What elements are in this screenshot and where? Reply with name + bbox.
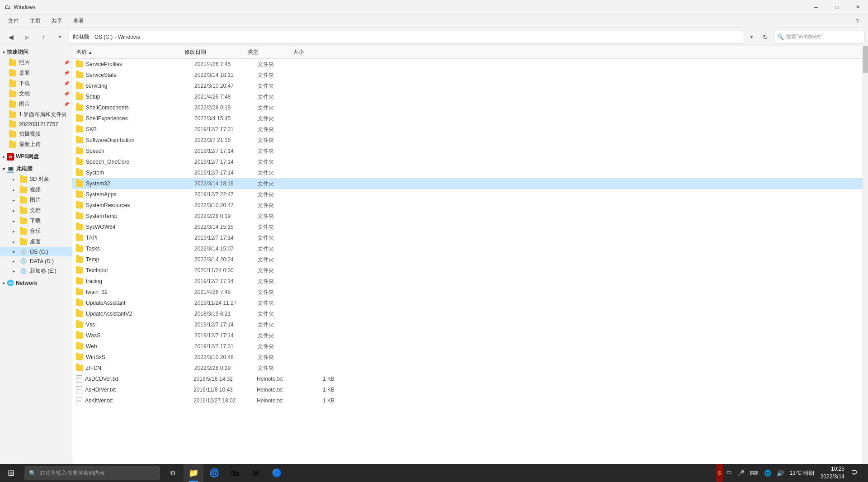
col-header-size[interactable]: 大小 xyxy=(289,46,326,58)
search-bar[interactable]: 🔍 搜索"Windows" xyxy=(774,31,864,43)
file-row[interactable]: Setup 2021/4/26 7:48 文件夹 xyxy=(72,91,863,102)
file-row[interactable]: twain_32 2021/4/26 7:48 文件夹 xyxy=(72,287,863,298)
file-row[interactable]: zh-CN 2022/2/28 0:19 文件夹 xyxy=(72,363,863,373)
sidebar-item-layout[interactable]: 1.界面布局和文件夹 xyxy=(0,109,72,120)
file-row[interactable]: ServiceState 2022/3/14 18:11 文件夹 xyxy=(72,70,863,80)
menu-view[interactable]: 查看 xyxy=(69,15,89,27)
address-bar[interactable]: 此电脑 › OS (C:) › Windows xyxy=(69,31,744,43)
sidebar-item-images[interactable]: ▸ 图片 xyxy=(0,195,72,205)
sidebar-item-dt[interactable]: ▸ 桌面 xyxy=(0,236,72,247)
menu-home[interactable]: 主页 xyxy=(25,15,45,27)
network-tray[interactable]: 🌐 xyxy=(762,464,773,482)
task-view-button[interactable]: ⧉ xyxy=(163,464,183,482)
taskbar-explorer-app[interactable]: 📁 xyxy=(184,464,203,482)
close-button[interactable]: ✕ xyxy=(847,0,868,14)
taskbar-browser-app[interactable]: 🔵 xyxy=(267,464,287,482)
notification-tray[interactable]: 🗨 xyxy=(849,464,859,482)
minimize-button[interactable]: ─ xyxy=(806,0,826,14)
file-row[interactable]: Speech 2019/12/7 17:14 文件夹 xyxy=(72,146,863,156)
file-row[interactable]: AsKitVer.txt 2016/12/27 18:02 Heinote.tx… xyxy=(72,395,863,406)
file-row[interactable]: AsDCDVer.txt 2016/5/18 14:32 Heinote.txt… xyxy=(72,373,863,384)
address-dropdown-button[interactable]: ▾ xyxy=(746,31,757,43)
help-button[interactable]: ? xyxy=(850,14,864,28)
file-row[interactable]: ServiceProfiles 2021/4/26 7:45 文件夹 xyxy=(72,59,863,70)
file-row[interactable]: Speech_OneCore 2019/12/7 17:14 文件夹 xyxy=(72,156,863,167)
back-button[interactable]: ◀ xyxy=(4,30,18,44)
file-row[interactable]: SKB 2019/12/7 17:31 文件夹 xyxy=(72,124,863,135)
file-row[interactable]: SystemResources 2022/3/10 20:47 文件夹 xyxy=(72,200,863,211)
file-row[interactable]: tracing 2019/12/7 17:14 文件夹 xyxy=(72,276,863,287)
file-row[interactable]: WinSxS 2022/3/10 20:48 文件夹 xyxy=(72,352,863,363)
taskbar-edge-app[interactable]: 🌀 xyxy=(204,464,224,482)
sidebar-item-dl[interactable]: ▸ 下载 xyxy=(0,216,72,226)
sidebar-item-downloads[interactable]: 下载 📌 xyxy=(0,78,72,89)
file-row[interactable]: TAPI 2019/12/7 17:14 文件夹 xyxy=(72,232,863,243)
sidebar-item-capture[interactable]: 拍摄视频 xyxy=(0,129,72,139)
file-row[interactable]: TextInput 2020/11/24 0:30 文件夹 xyxy=(72,265,863,276)
forward-button[interactable]: ▶ xyxy=(20,30,34,44)
taskbar-store-app[interactable]: 🛍 xyxy=(225,464,245,482)
sidebar-item-3d[interactable]: ▸ 3D 对象 xyxy=(0,174,72,184)
breadcrumb-windows[interactable]: Windows xyxy=(118,34,140,40)
refresh-button[interactable]: ↻ xyxy=(759,31,772,43)
file-row[interactable]: WaaS 2019/12/7 17:14 文件夹 xyxy=(72,330,863,341)
file-row[interactable]: System 2019/12/7 17:14 文件夹 xyxy=(72,167,863,178)
file-row[interactable]: servicing 2022/3/10 20:47 文件夹 xyxy=(72,80,863,91)
sidebar-item-music[interactable]: ▸ 音乐 xyxy=(0,226,72,236)
weather-tray[interactable]: 13°C 晴朗 xyxy=(788,464,816,482)
sidebar-item-photos[interactable]: 照片 📌 xyxy=(0,57,72,68)
taskbar-mail-app[interactable]: ✉ xyxy=(246,464,266,482)
file-row[interactable]: Temp 2022/3/14 20:24 文件夹 xyxy=(72,254,863,265)
col-header-name[interactable]: 名称 ▲ xyxy=(72,46,181,58)
sidebar-item-pictures[interactable]: 图片 📌 xyxy=(0,99,72,109)
keyboard-tray[interactable]: ⌨ xyxy=(748,464,760,482)
sidebar-item-latest[interactable]: 最新上传 xyxy=(0,139,72,150)
file-row[interactable]: Tasks 2022/3/14 15:07 文件夹 xyxy=(72,243,863,254)
volume-tray[interactable]: 🔊 xyxy=(775,464,786,482)
clock[interactable]: 10:25 2022/3/14 xyxy=(818,465,847,481)
col-header-type[interactable]: 类型 xyxy=(244,46,289,58)
sougou-tray[interactable]: S xyxy=(716,464,723,482)
sidebar-item-docs[interactable]: ▸ 文档 xyxy=(0,205,72,216)
file-row[interactable]: System32 2022/3/14 18:19 文件夹 xyxy=(72,178,863,189)
mic-tray[interactable]: 🎤 xyxy=(736,464,746,482)
sidebar-item-newe[interactable]: ▸ 💿 新加卷 (E:) xyxy=(0,266,72,276)
menu-share[interactable]: 共享 xyxy=(47,15,67,27)
file-row[interactable]: SystemTemp 2022/2/28 0:19 文件夹 xyxy=(72,211,863,222)
file-row[interactable]: UpdateAssistant 2019/11/24 11:27 文件夹 xyxy=(72,298,863,308)
file-row[interactable]: SysWOW64 2022/3/14 15:15 文件夹 xyxy=(72,222,863,232)
this-pc-header[interactable]: ▾ 💻 此电脑 xyxy=(0,164,72,174)
up-button[interactable]: ↑ xyxy=(36,30,51,44)
start-button[interactable]: ⊞ xyxy=(0,464,22,482)
menu-file[interactable]: 文件 xyxy=(4,15,24,27)
taskbar-search-box[interactable]: 🔍 在这里输入你要搜索的内容 xyxy=(24,466,160,480)
breadcrumb-this-pc[interactable]: 此电脑 xyxy=(73,33,89,41)
file-row[interactable]: SoftwareDistribution 2022/3/7 21:15 文件夹 xyxy=(72,135,863,146)
sidebar-item-videos[interactable]: ▸ 视频 xyxy=(0,184,72,195)
breadcrumb-osc[interactable]: OS (C:) xyxy=(94,34,113,40)
scrollbar-thumb[interactable] xyxy=(863,46,868,73)
show-desktop-button[interactable] xyxy=(861,464,864,482)
sidebar-item-desktop[interactable]: 桌面 📌 xyxy=(0,68,72,78)
file-row[interactable]: ShellComponents 2022/2/28 0:19 文件夹 xyxy=(72,102,863,113)
file-date: 2022/2/28 0:19 xyxy=(194,213,258,219)
col-header-date[interactable]: 修改日期 xyxy=(181,46,244,58)
sidebar-item-documents[interactable]: 文档 📌 xyxy=(0,89,72,99)
scrollbar[interactable] xyxy=(863,46,868,464)
sidebar-item-datad[interactable]: ▸ 💿 DATA (D:) xyxy=(0,256,72,266)
quick-access-header[interactable]: ▾ 快速访问 xyxy=(0,47,72,57)
ime-tray[interactable]: 中 xyxy=(725,464,734,482)
file-row[interactable]: SystemApps 2019/12/7 22:47 文件夹 xyxy=(72,189,863,200)
file-row[interactable]: UpdateAssistantV2 2018/3/19 8:21 文件夹 xyxy=(72,308,863,319)
file-row[interactable]: AsHDIVer.txt 2016/11/8 10:43 Heinote.txt… xyxy=(72,384,863,395)
recent-locations-button[interactable]: ▾ xyxy=(52,30,67,44)
file-row[interactable]: Web 2019/12/7 17:31 文件夹 xyxy=(72,341,863,352)
network-header[interactable]: ▸ 🌐 Network xyxy=(0,278,72,288)
maximize-button[interactable]: □ xyxy=(826,0,847,14)
sidebar-item-2022[interactable]: 2022031217757 xyxy=(0,120,72,129)
file-row[interactable]: Vss 2019/12/7 17:14 文件夹 xyxy=(72,319,863,330)
sidebar-item-osc[interactable]: ▾ 💿 OS (C:) xyxy=(0,247,72,256)
wps-header[interactable]: ▸ W WPS网盘 xyxy=(0,151,72,162)
file-row[interactable]: ShellExperiences 2022/3/4 15:45 文件夹 xyxy=(72,113,863,124)
wps-icon: W xyxy=(7,153,14,161)
